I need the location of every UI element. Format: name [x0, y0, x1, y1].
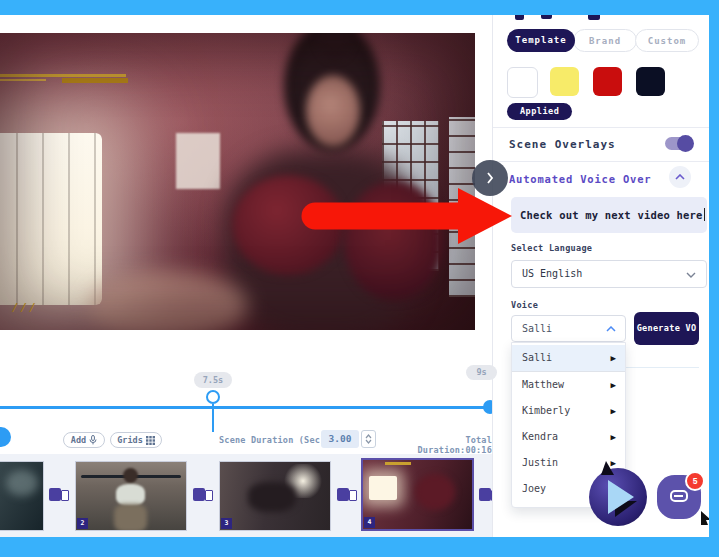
color-swatch-yellow[interactable] — [550, 67, 579, 96]
text-cursor — [704, 208, 705, 221]
voice-value: Salli — [522, 323, 552, 334]
play-voice-icon[interactable]: ▶ — [611, 398, 616, 424]
applied-badge: Applied — [507, 103, 572, 120]
script-text: Check out my next video here — [520, 209, 703, 221]
scene-thumbnail-3[interactable]: 3 — [219, 461, 331, 531]
figure-head — [123, 468, 138, 483]
figure-torso — [116, 484, 145, 506]
chevron-down-icon — [686, 272, 696, 278]
transition-icon[interactable] — [49, 487, 69, 502]
transition-icon[interactable] — [337, 487, 357, 502]
notification-badge: 5 — [685, 471, 705, 491]
scene-overlays-toggle[interactable] — [665, 137, 692, 150]
microphone-icon — [89, 435, 97, 445]
language-value: US English — [522, 268, 582, 279]
playhead-marker[interactable] — [206, 390, 220, 404]
duration-stepper[interactable] — [361, 430, 376, 448]
stepper-down-icon[interactable] — [365, 439, 372, 444]
chevron-right-icon — [486, 172, 494, 184]
panel-collapse-handle[interactable] — [472, 160, 508, 196]
video-vignette — [0, 33, 475, 330]
scene-thumbnail-2[interactable]: 2 — [75, 461, 187, 531]
frame-border-right — [709, 15, 719, 537]
playhead-time-badge: 7.5s — [194, 372, 232, 388]
color-swatch-black[interactable] — [636, 67, 665, 96]
divider — [493, 127, 710, 128]
tab-template[interactable]: Template — [507, 29, 575, 52]
figure-body — [114, 504, 147, 531]
play-voice-icon[interactable]: ▶ — [611, 372, 616, 398]
app-window: /// Template Brand Custom .swatch{top:52… — [0, 0, 719, 557]
frame-border-bottom — [0, 537, 719, 557]
divider — [493, 161, 710, 162]
play-button-decoration — [601, 461, 614, 475]
color-swatch-red[interactable] — [593, 67, 622, 96]
voice-select[interactable]: Salli — [511, 315, 626, 342]
transition-icon[interactable] — [193, 487, 213, 502]
right-sidebar: Template Brand Custom .swatch{top:52px !… — [492, 15, 710, 537]
total-duration-label: Total Duration:00:16 — [388, 435, 492, 455]
frame-border-top — [0, 0, 719, 15]
cropped-text-fragment — [588, 15, 600, 20]
language-label: Select Language — [511, 243, 592, 253]
play-icon — [608, 480, 634, 514]
tab-bar: Template Brand Custom — [507, 29, 699, 52]
timeline-track[interactable] — [0, 406, 490, 409]
play-voice-icon[interactable]: ▶ — [611, 424, 616, 450]
voice-label: Voice — [511, 300, 538, 310]
scene-number-badge: 4 — [364, 517, 375, 528]
window-glow — [369, 476, 397, 500]
video-preview[interactable]: /// — [0, 33, 475, 330]
cropped-text-fragment — [541, 15, 552, 19]
tab-brand[interactable]: Brand — [573, 29, 637, 52]
thumb-detail — [6, 470, 38, 496]
playhead-stem — [212, 404, 214, 432]
scene-thumbnail-1[interactable] — [0, 461, 44, 531]
voice-option-matthew[interactable]: Matthew▶ — [512, 372, 625, 398]
voice-over-script-input[interactable]: Check out my next video here — [511, 197, 707, 233]
chevron-up-icon — [606, 326, 616, 332]
cropped-text-fragment — [515, 15, 524, 20]
scene-overlays-label: Scene Overlays — [509, 138, 616, 151]
glove-blob — [415, 474, 455, 510]
voice-option-salli[interactable]: Salli▶ — [512, 345, 625, 372]
glitch-line — [385, 462, 411, 465]
chat-bubble-icon-line — [674, 495, 683, 497]
scene-number-badge: 2 — [77, 518, 88, 529]
grids-button[interactable]: Grids — [110, 432, 162, 448]
play-voice-icon[interactable]: ▶ — [611, 345, 616, 371]
scene-thumbnail-4-selected[interactable]: 4 — [361, 458, 474, 531]
color-swatch-white[interactable] — [507, 67, 538, 98]
tab-custom[interactable]: Custom — [635, 29, 699, 52]
add-voice-button[interactable]: Add — [63, 432, 105, 448]
voice-option-kimberly[interactable]: Kimberly▶ — [512, 398, 625, 424]
scene-number-badge: 3 — [221, 518, 232, 529]
assistant-play-button[interactable] — [589, 468, 647, 526]
chevron-up-icon — [675, 174, 685, 180]
voice-over-title: Automated Voice Over — [509, 173, 651, 185]
voice-option-kendra[interactable]: Kendra▶ — [512, 424, 625, 450]
scene-duration-value[interactable]: 3.00 — [321, 430, 359, 448]
grid-icon — [146, 436, 155, 445]
timeline-start-dot — [0, 427, 11, 447]
language-select[interactable]: US English — [511, 260, 707, 288]
collapse-section-button[interactable] — [669, 166, 691, 188]
generate-vo-button[interactable]: Generate VO — [634, 312, 699, 345]
end-time-badge: 9s — [466, 365, 497, 380]
figure-body — [248, 482, 296, 512]
scene-duration-label: Scene Duration (Sec) — [219, 435, 325, 445]
